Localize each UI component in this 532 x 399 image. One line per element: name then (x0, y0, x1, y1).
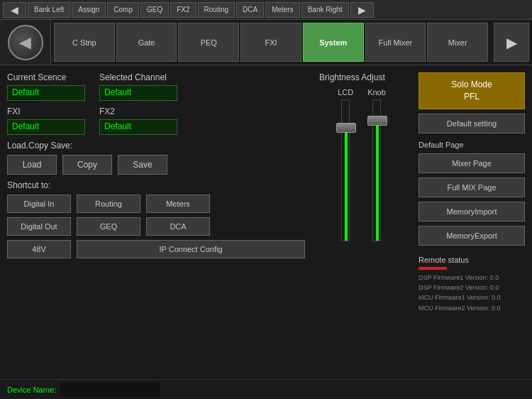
routing-shortcut-btn[interactable]: Routing (77, 195, 140, 213)
geq-btn[interactable]: GEQ (140, 2, 169, 18)
digital-in-btn[interactable]: Digital In (7, 195, 71, 213)
selected-channel-label: Selected Channel (99, 72, 177, 82)
current-scene-value: Default (7, 85, 85, 101)
left-panel: Current Scence Default Selected Channel … (7, 72, 305, 392)
dsp-fw1-version: DSP Firmware1 Version: 0.0 (419, 273, 525, 283)
lcs-buttons: Load Copy Save (7, 155, 305, 175)
shortcut-label: Shortcut to: (7, 180, 305, 190)
solo-mode-btn[interactable]: Solo ModePFL (419, 72, 525, 109)
routing-btn[interactable]: Routing (198, 2, 235, 18)
logo-box: ◀ (0, 20, 51, 65)
scene-channel-row: Current Scence Default Selected Channel … (7, 72, 305, 101)
fxi-fx2-row: FXI Default FX2 Default (7, 106, 305, 135)
ip-connect-config-btn[interactable]: IP Connect Config (77, 240, 305, 258)
knob-slider-col: Knob (367, 88, 386, 241)
load-copy-save-section: Load.Copy Save: Load Copy Save (7, 141, 305, 175)
brightness-title: Brightness Adjust (319, 72, 385, 82)
bank-bar: ◀ Bank Left Assign Comp GEQ FX2 Routing … (0, 0, 532, 20)
bank-right-arrow-btn[interactable]: ▶ (350, 2, 374, 18)
geq-shortcut-btn[interactable]: GEQ (77, 217, 140, 236)
selected-channel-group: Selected Channel Default (99, 72, 177, 101)
load-copy-label: Load.Copy Save: (7, 141, 305, 151)
lcd-slider-track[interactable] (341, 99, 350, 241)
current-scene-label: Current Scence (7, 72, 85, 82)
shortcut-row-3: 48V IP Connect Config (7, 240, 305, 258)
knob-slider-thumb[interactable] (367, 116, 387, 126)
tab-gate[interactable]: Gate (116, 23, 177, 62)
nav-tabs: C Strip Gate PEQ FXI System Full Mixer M… (51, 20, 491, 65)
meters-btn[interactable]: Meters (265, 2, 300, 18)
remote-status-label: Remote status (419, 256, 469, 264)
nav-right-arrow[interactable]: ▶ (494, 23, 529, 62)
remote-status-section: Remote status DSP Firmware1 Version: 0.0… (419, 253, 525, 314)
tab-peq[interactable]: PEQ (178, 23, 239, 62)
version-info: DSP Firmware1 Version: 0.0 DSP Firmware2… (419, 273, 525, 314)
knob-slider-fill (376, 120, 379, 241)
device-name-input[interactable] (60, 383, 160, 397)
main-content: Current Scence Default Selected Channel … (0, 65, 532, 399)
lcd-slider-col: LCD (338, 88, 353, 241)
lcd-label: LCD (338, 88, 353, 97)
digital-out-btn[interactable]: Digital Out (7, 217, 71, 236)
comp-btn[interactable]: Comp (107, 2, 139, 18)
fx2-btn[interactable]: FX2 (170, 2, 196, 18)
logo-icon: ◀ (8, 25, 43, 60)
default-setting-btn[interactable]: Default setting (419, 114, 525, 133)
shortcut-grid: Digital In Routing Meters Digital Out GE… (7, 195, 305, 258)
right-panel: Solo ModePFL Default setting Default Pag… (419, 72, 525, 392)
assign-btn[interactable]: Assign (72, 2, 106, 18)
brightness-panel: Brightness Adjust LCD Knob (312, 72, 411, 392)
save-button[interactable]: Save (118, 155, 167, 175)
bottom-bar: Device Name: (0, 379, 532, 399)
bank-left-arrow-btn[interactable]: ◀ (3, 2, 26, 18)
tab-c-strip[interactable]: C Strip (54, 23, 115, 62)
dsp-fw2-version: DSP Firmware2 Version: 0.0 (419, 283, 525, 293)
mcu-fw2-version: MCU Firmware2 Version: 0.0 (419, 303, 525, 313)
logo-nav: ◀ C Strip Gate PEQ FXI System Full Mixer… (0, 20, 532, 65)
tab-fxi[interactable]: FXI (240, 23, 301, 62)
mcu-fw1-version: MCU Firmware1 Version: 0.0 (419, 293, 525, 302)
tab-system[interactable]: System (303, 23, 364, 62)
bank-left-btn[interactable]: Bank Left (28, 2, 70, 18)
load-button[interactable]: Load (7, 155, 57, 175)
fxi-value: Default (7, 119, 85, 135)
shortcut-row-1: Digital In Routing Meters (7, 195, 305, 213)
shortcut-row-2: Digital Out GEQ DCA (7, 217, 305, 236)
knob-label: Knob (367, 88, 386, 97)
remote-status-bar (419, 267, 447, 270)
fxi-group: FXI Default (7, 106, 85, 135)
fxi-label: FXI (7, 106, 85, 116)
default-page-label: Default Page (419, 141, 525, 149)
selected-channel-value: Default (99, 85, 177, 101)
full-mix-page-btn[interactable]: Full MIX Page (419, 177, 525, 197)
fx2-value: Default (99, 119, 177, 135)
lcd-slider-thumb[interactable] (336, 123, 356, 133)
fx2-label: FX2 (99, 106, 177, 116)
sliders-row: LCD Knob (338, 88, 386, 241)
current-scene-group: Current Scence Default (7, 72, 85, 101)
memory-import-btn[interactable]: MemoryImport (419, 202, 525, 222)
48v-btn[interactable]: 48V (7, 240, 71, 258)
bank-right-btn[interactable]: Bank Right (301, 2, 349, 18)
mixer-page-btn[interactable]: Mixer Page (419, 153, 525, 173)
lcd-slider-fill (345, 127, 348, 241)
shortcut-section: Shortcut to: Digital In Routing Meters D… (7, 180, 305, 258)
dca-btn[interactable]: DCA (236, 2, 264, 18)
copy-button[interactable]: Copy (62, 155, 112, 175)
memory-export-btn[interactable]: MemoryExport (419, 226, 525, 246)
meters-shortcut-btn[interactable]: Meters (146, 195, 210, 213)
tab-full-mixer[interactable]: Full Mixer (365, 23, 426, 62)
fx2-group: FX2 Default (99, 106, 177, 135)
device-name-label: Device Name: (7, 386, 56, 394)
dca-shortcut-btn[interactable]: DCA (146, 217, 210, 236)
knob-slider-track[interactable] (372, 99, 381, 241)
tab-mixer[interactable]: Mixer (427, 23, 488, 62)
